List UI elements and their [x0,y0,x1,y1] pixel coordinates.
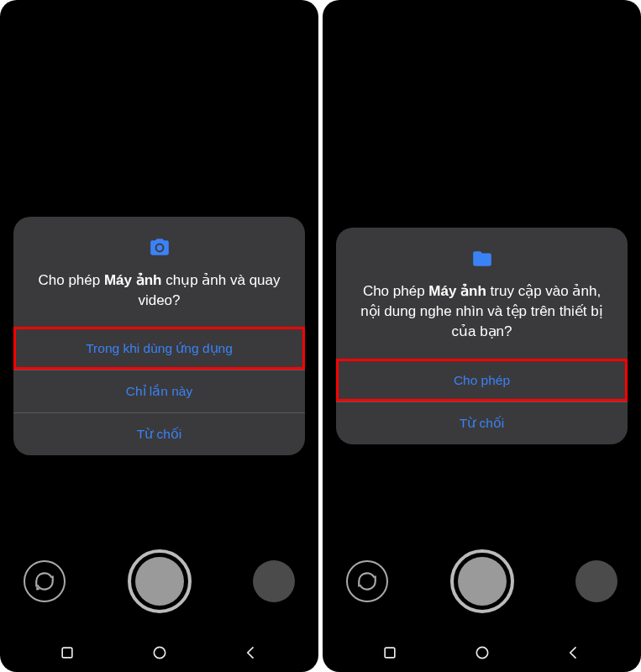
shutter-button[interactable] [128,549,192,613]
allow-while-using-button[interactable]: Trong khi dùng ứng dụng [13,327,305,370]
svg-point-3 [476,647,487,658]
home-button[interactable] [134,636,185,669]
phone-right: Cho phép Máy ảnh truy cập vào ảnh, nội d… [323,0,641,672]
dialog-message: Cho phép Máy ảnh truy cập vào ảnh, nội d… [336,281,628,358]
android-nav-bar [0,633,318,672]
dialog-bold: Máy ảnh [428,283,486,299]
android-nav-bar [323,633,641,672]
switch-camera-button[interactable] [346,560,388,602]
shutter-button[interactable] [450,549,514,613]
recent-apps-button[interactable] [365,636,415,669]
camera-controls [323,549,641,613]
camera-icon [13,237,305,259]
svg-point-1 [154,647,165,658]
deny-button[interactable]: Từ chối [13,412,305,455]
permission-dialog-storage: Cho phép Máy ảnh truy cập vào ảnh, nội d… [336,228,628,444]
shutter-inner [135,557,184,606]
dialog-prefix: Cho phép [38,272,103,288]
switch-camera-button[interactable] [24,560,66,602]
gallery-thumbnail-button[interactable] [575,560,617,602]
recent-apps-button[interactable] [42,636,92,669]
dialog-buttons: Trong khi dùng ứng dụng Chỉ lần này Từ c… [13,327,305,455]
dialog-bold: Máy ảnh [104,272,162,288]
camera-controls [0,549,318,613]
svg-rect-0 [62,648,72,658]
home-button[interactable] [457,636,507,669]
dialog-buttons: Cho phép Từ chối [336,359,628,444]
permission-dialog-camera: Cho phép Máy ảnh chụp ảnh và quay video?… [13,217,305,456]
folder-icon [336,248,628,270]
back-button[interactable] [226,636,276,669]
deny-button[interactable]: Từ chối [336,402,628,444]
shutter-inner [458,557,507,606]
gallery-thumbnail-button[interactable] [253,560,295,602]
back-button[interactable] [549,636,599,669]
allow-button[interactable]: Cho phép [336,359,628,402]
only-this-time-button[interactable]: Chỉ lần này [13,370,305,412]
phone-left: Cho phép Máy ảnh chụp ảnh và quay video?… [0,0,318,672]
dialog-message: Cho phép Máy ảnh chụp ảnh và quay video? [13,270,305,328]
svg-rect-2 [385,648,395,658]
dialog-prefix: Cho phép [363,283,428,299]
